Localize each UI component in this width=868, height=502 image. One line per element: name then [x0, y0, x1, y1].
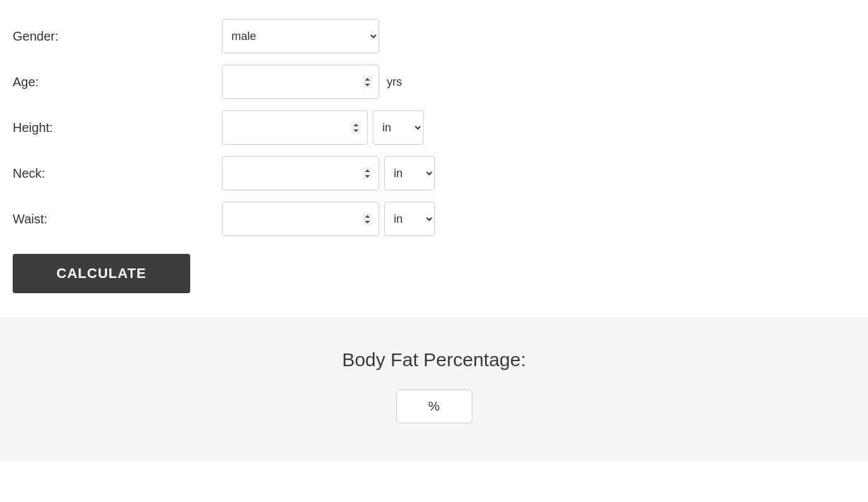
height-row: Height: in cm [13, 110, 855, 145]
form-section: Gender: male female Age: yrs Height: in … [0, 0, 868, 317]
height-unit-select[interactable]: in cm [373, 110, 424, 145]
waist-unit-select[interactable]: in cm [384, 202, 435, 236]
calculate-button[interactable]: CALCULATE [13, 254, 190, 293]
waist-label: Waist: [13, 212, 222, 227]
neck-label: Neck: [13, 166, 222, 181]
neck-row: Neck: in cm [13, 156, 855, 190]
waist-row: Waist: in cm [13, 202, 855, 236]
result-value: % [396, 390, 472, 423]
age-row: Age: yrs [13, 65, 855, 99]
height-input[interactable] [222, 110, 368, 145]
result-title: Body Fat Percentage: [342, 349, 526, 371]
waist-input[interactable] [222, 202, 379, 236]
result-section: Body Fat Percentage: % [0, 317, 868, 461]
neck-unit-select[interactable]: in cm [384, 156, 435, 190]
age-label: Age: [13, 75, 222, 89]
button-row: CALCULATE [13, 248, 855, 293]
neck-input[interactable] [222, 156, 379, 190]
gender-select[interactable]: male female [222, 19, 379, 53]
gender-row: Gender: male female [13, 19, 855, 53]
age-input[interactable] [222, 65, 379, 99]
height-label: Height: [13, 121, 222, 135]
gender-label: Gender: [13, 29, 222, 44]
age-unit-label: yrs [387, 76, 402, 89]
